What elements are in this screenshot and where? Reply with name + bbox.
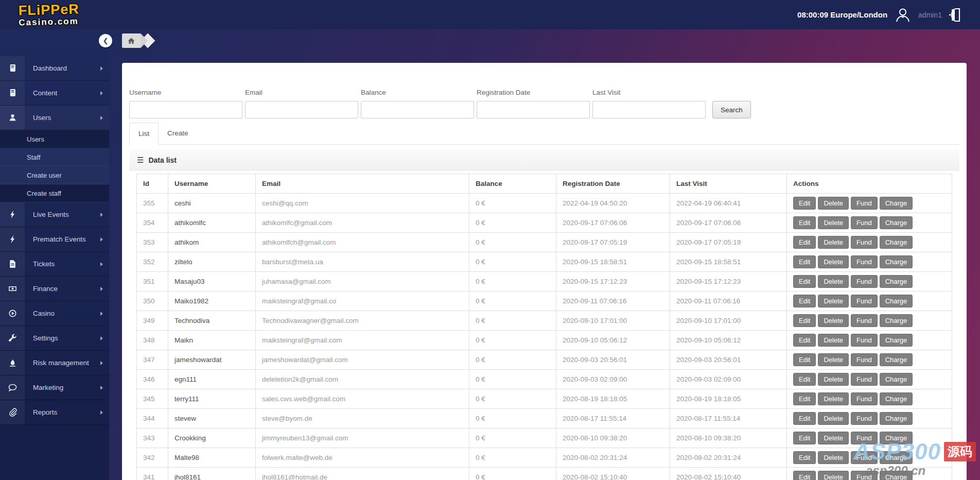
edit-button[interactable]: Edit: [793, 392, 816, 405]
sidebar-item-casino[interactable]: Casino: [0, 301, 109, 326]
fund-button[interactable]: Fund: [851, 295, 878, 307]
edit-button[interactable]: Edit: [793, 353, 816, 366]
sidebar-item-risk-management[interactable]: Risk management: [0, 351, 109, 375]
edit-button[interactable]: Edit: [793, 197, 816, 210]
edit-button[interactable]: Edit: [793, 295, 816, 307]
edit-button[interactable]: Edit: [793, 432, 816, 444]
delete-button[interactable]: Delete: [818, 451, 849, 464]
search-input-username[interactable]: [129, 101, 242, 118]
delete-button[interactable]: Delete: [818, 295, 849, 307]
fund-button[interactable]: Fund: [851, 392, 878, 405]
delete-button[interactable]: Delete: [818, 373, 849, 386]
edit-button[interactable]: Edit: [793, 236, 816, 249]
fund-button[interactable]: Fund: [851, 314, 878, 327]
sidebar-collapse-button[interactable]: ❮: [99, 34, 112, 47]
cell-email: maiksteingraf@gmail.co: [256, 292, 469, 311]
sidebar-item-users[interactable]: Users: [0, 106, 109, 130]
delete-button[interactable]: Delete: [818, 353, 849, 366]
cell-registration-date: 2020-08-10 09:38:20: [556, 428, 670, 448]
delete-button[interactable]: Delete: [818, 314, 849, 327]
search-input-balance[interactable]: [361, 101, 474, 118]
delete-button[interactable]: Delete: [818, 334, 849, 347]
search-input-email[interactable]: [245, 101, 358, 118]
fund-button[interactable]: Fund: [851, 334, 878, 347]
tab-create[interactable]: Create: [159, 123, 197, 144]
logout-icon[interactable]: [948, 7, 964, 23]
search-button[interactable]: Search: [712, 101, 751, 118]
fund-button[interactable]: Fund: [851, 255, 878, 268]
charge-button[interactable]: Charge: [880, 255, 913, 268]
delete-button[interactable]: Delete: [818, 412, 849, 425]
search-input-registration-date[interactable]: [477, 101, 590, 118]
delete-button[interactable]: Delete: [818, 392, 849, 405]
search-field-label: Last Visit: [592, 89, 706, 96]
tab-list[interactable]: List: [129, 123, 159, 145]
delete-button[interactable]: Delete: [818, 216, 849, 229]
edit-button[interactable]: Edit: [793, 334, 816, 347]
fund-button[interactable]: Fund: [851, 197, 878, 210]
fund-button[interactable]: Fund: [851, 236, 878, 249]
edit-button[interactable]: Edit: [793, 412, 816, 425]
edit-button[interactable]: Edit: [793, 216, 816, 229]
search-input-last-visit[interactable]: [592, 101, 706, 118]
charge-button[interactable]: Charge: [880, 334, 913, 347]
user-avatar-icon[interactable]: [894, 6, 912, 24]
edit-button[interactable]: Edit: [793, 451, 816, 464]
cell-last-visit: 2020-08-19 18:18:05: [670, 389, 787, 409]
cell-id: 345: [137, 389, 168, 409]
edit-button[interactable]: Edit: [793, 275, 816, 288]
charge-button[interactable]: Charge: [880, 353, 913, 366]
sidebar-subitem-create-user[interactable]: Create user: [0, 166, 109, 184]
sidebar-item-settings[interactable]: Settings: [0, 326, 109, 351]
delete-button[interactable]: Delete: [818, 197, 849, 210]
sidebar-subitem-create-staff[interactable]: Create staff: [0, 184, 109, 202]
sidebar-subitem-staff[interactable]: Staff: [0, 148, 109, 166]
cell-username: egn111: [168, 370, 256, 389]
fund-button[interactable]: Fund: [851, 471, 878, 480]
charge-button[interactable]: Charge: [880, 373, 913, 386]
edit-button[interactable]: Edit: [793, 471, 816, 480]
charge-button[interactable]: Charge: [880, 392, 913, 405]
edit-button[interactable]: Edit: [793, 314, 816, 327]
fund-button[interactable]: Fund: [851, 353, 878, 366]
charge-button[interactable]: Charge: [880, 295, 913, 307]
charge-button[interactable]: Charge: [880, 216, 913, 229]
casino-logo[interactable]: FLiPPeR Casino.com: [18, 2, 79, 27]
edit-button[interactable]: Edit: [793, 255, 816, 268]
delete-button[interactable]: Delete: [818, 432, 849, 444]
delete-button[interactable]: Delete: [818, 236, 849, 249]
edit-button[interactable]: Edit: [793, 373, 816, 386]
sidebar-item-label: Users: [25, 114, 100, 122]
charge-button[interactable]: Charge: [880, 471, 913, 480]
delete-button[interactable]: Delete: [818, 255, 849, 268]
fund-button[interactable]: Fund: [851, 275, 878, 288]
sidebar-item-live-events[interactable]: Live Events: [0, 202, 109, 227]
fund-button[interactable]: Fund: [851, 216, 878, 229]
charge-button[interactable]: Charge: [880, 451, 913, 464]
fund-button[interactable]: Fund: [851, 432, 878, 444]
charge-button[interactable]: Charge: [880, 275, 913, 288]
sidebar-item-marketing[interactable]: Marketing: [0, 375, 109, 400]
fund-button[interactable]: Fund: [851, 373, 878, 386]
charge-button[interactable]: Charge: [880, 412, 913, 425]
charge-button[interactable]: Charge: [880, 432, 913, 444]
sidebar-item-tickets[interactable]: Tickets: [0, 252, 109, 277]
sidebar-item-prematch-events[interactable]: Prematch Events: [0, 227, 109, 252]
delete-button[interactable]: Delete: [818, 275, 849, 288]
delete-button[interactable]: Delete: [818, 471, 849, 480]
fund-button[interactable]: Fund: [851, 412, 878, 425]
search-field-last-visit: Last Visit: [592, 89, 706, 118]
charge-button[interactable]: Charge: [880, 314, 913, 327]
cell-id: 341: [137, 468, 168, 480]
search-field-label: Email: [245, 89, 358, 96]
sidebar-item-content[interactable]: Content: [0, 81, 109, 106]
fund-button[interactable]: Fund: [851, 451, 878, 464]
home-icon[interactable]: [122, 33, 141, 48]
breadcrumb[interactable]: [122, 33, 159, 48]
charge-button[interactable]: Charge: [880, 197, 913, 210]
sidebar-item-reports[interactable]: Reports: [0, 400, 109, 425]
sidebar-subitem-users[interactable]: Users: [0, 130, 109, 148]
sidebar-item-dashboard[interactable]: Dashboard: [0, 56, 109, 81]
charge-button[interactable]: Charge: [880, 236, 913, 249]
sidebar-item-finance[interactable]: Finance: [0, 277, 109, 301]
